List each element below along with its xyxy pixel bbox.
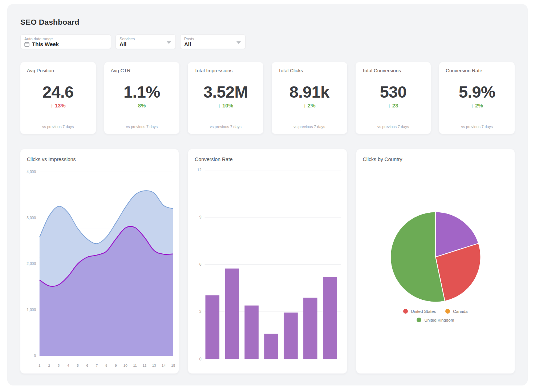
kpi-label: Avg CTR: [111, 68, 131, 73]
posts-filter[interactable]: Posts All: [180, 34, 246, 49]
kpi-card-total-impressions: Total Impressions 3.52M ↑ 10% vs previou…: [188, 62, 263, 134]
svg-text:4,000: 4,000: [27, 170, 36, 174]
svg-text:14: 14: [162, 363, 166, 367]
legend-label: United States: [411, 309, 436, 314]
svg-text:10: 10: [123, 363, 127, 367]
svg-text:3: 3: [58, 363, 60, 367]
clicks-by-country-chart: [356, 149, 515, 373]
chart-title: Clicks vs Impressions: [27, 156, 76, 162]
legend-dot: [417, 318, 421, 322]
kpi-delta: ↑ 10%: [218, 102, 233, 109]
svg-text:2,000: 2,000: [27, 262, 36, 266]
kpi-card-conversion-rate: Conversion Rate 5.9% ↑ 2% vs previous 7 …: [439, 62, 515, 134]
services-filter[interactable]: Services All: [115, 34, 176, 49]
filters-bar: Auto date range This Week Services All P…: [20, 34, 515, 49]
kpi-value: 3.52M: [203, 83, 248, 101]
kpi-footnote: vs previous 7 days: [461, 124, 493, 129]
clicks-vs-impressions-card: 4,0003,0002,0001,00001234567891011121314…: [20, 149, 179, 373]
kpi-footnote: vs previous 7 days: [293, 124, 325, 129]
svg-text:3,000: 3,000: [27, 216, 36, 220]
svg-text:3: 3: [199, 310, 202, 314]
chevron-down-icon: [167, 41, 171, 44]
kpi-label: Conversion Rate: [446, 68, 482, 73]
kpi-card-avg-ctr: Avg CTR 1.1% 8% vs previous 7 days: [104, 62, 180, 134]
legend-item-united-states[interactable]: United States: [403, 309, 436, 314]
legend-item-canada[interactable]: Canada: [445, 309, 467, 314]
kpi-value: 8.91k: [289, 83, 329, 101]
chevron-down-icon: [236, 41, 241, 44]
svg-text:9: 9: [199, 215, 202, 219]
svg-text:0: 0: [199, 357, 202, 361]
clicks-by-country-card: Clicks by Country United StatesCanadaUni…: [356, 149, 515, 373]
svg-text:5: 5: [77, 363, 79, 367]
conversion-rate-chart: 129630: [188, 149, 346, 373]
date-range-label: Auto date range: [24, 37, 107, 41]
pie-legend: United StatesCanadaUnited Kingdom: [356, 309, 515, 322]
dashboard-panel: SEO Dashboard Auto date range This Week …: [7, 4, 528, 385]
date-range-filter[interactable]: Auto date range This Week: [20, 34, 111, 49]
svg-text:9: 9: [115, 363, 117, 367]
kpi-delta: 8%: [138, 102, 146, 109]
kpi-label: Total Clicks: [278, 68, 303, 73]
kpi-footnote: vs previous 7 days: [377, 124, 409, 129]
services-label: Services: [119, 37, 172, 41]
chart-title: Clicks by Country: [363, 156, 402, 162]
charts-row: 4,0003,0002,0001,00001234567891011121314…: [20, 149, 515, 373]
legend-dot: [403, 309, 408, 314]
kpi-value: 5.9%: [459, 83, 495, 101]
kpi-row: Avg Position 24.6 ↑ 13% vs previous 7 da…: [20, 62, 515, 134]
svg-text:8: 8: [105, 363, 107, 367]
kpi-label: Avg Position: [27, 68, 54, 73]
svg-text:13: 13: [152, 363, 156, 367]
page-title: SEO Dashboard: [20, 18, 515, 26]
services-value: All: [119, 41, 126, 48]
svg-text:4: 4: [67, 363, 69, 367]
legend-item-united-kingdom[interactable]: United Kingdom: [417, 318, 454, 322]
svg-text:1: 1: [38, 363, 40, 367]
kpi-card-total-clicks: Total Clicks 8.91k ↑ 2% vs previous 7 da…: [272, 62, 347, 134]
kpi-delta: ↑ 13%: [50, 102, 66, 109]
posts-label: Posts: [184, 37, 242, 41]
svg-text:0: 0: [34, 354, 36, 358]
conversion-rate-card: 129630 Conversion Rate: [188, 149, 346, 373]
svg-text:6: 6: [86, 363, 88, 367]
kpi-footnote: vs previous 7 days: [126, 124, 158, 129]
kpi-card-avg-position: Avg Position 24.6 ↑ 13% vs previous 7 da…: [20, 62, 96, 134]
svg-text:6: 6: [199, 262, 202, 266]
legend-label: Canada: [453, 309, 467, 314]
kpi-value: 1.1%: [123, 83, 160, 101]
chart-title: Conversion Rate: [195, 156, 232, 162]
svg-text:12: 12: [197, 168, 202, 172]
clicks-vs-impressions-chart: 4,0003,0002,0001,00001234567891011121314…: [20, 149, 179, 373]
svg-text:2: 2: [48, 363, 50, 367]
kpi-label: Total Impressions: [194, 68, 232, 73]
svg-text:1,000: 1,000: [27, 308, 36, 312]
posts-value: All: [184, 41, 191, 48]
svg-text:7: 7: [96, 363, 98, 367]
kpi-delta: ↑ 2%: [303, 102, 315, 109]
svg-text:15: 15: [171, 363, 175, 367]
legend-label: United Kingdom: [424, 318, 454, 322]
legend-dot: [445, 309, 450, 314]
kpi-footnote: vs previous 7 days: [210, 124, 242, 129]
kpi-delta: ↑ 2%: [471, 102, 483, 109]
kpi-value: 24.6: [42, 83, 74, 101]
calendar-icon: [24, 42, 29, 47]
kpi-footnote: vs previous 7 days: [42, 124, 74, 129]
svg-text:11: 11: [133, 363, 137, 367]
kpi-card-total-conversions: Total Conversions 530 ↑ 23 vs previous 7…: [356, 62, 431, 134]
kpi-label: Total Conversions: [362, 68, 401, 73]
kpi-value: 530: [380, 83, 407, 101]
date-range-value: This Week: [32, 41, 59, 48]
svg-text:12: 12: [142, 363, 146, 367]
kpi-delta: ↑ 23: [388, 102, 398, 109]
